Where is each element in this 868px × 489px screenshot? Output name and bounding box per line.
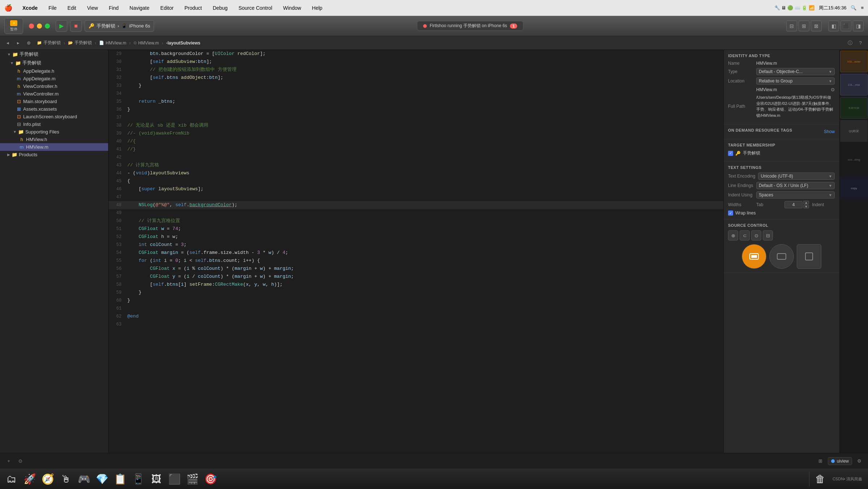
- minimize-button[interactable]: [37, 24, 42, 29]
- sidebar-item-viewcontroller-m[interactable]: m ViewController.m: [0, 90, 108, 98]
- menu-extra[interactable]: ≡: [861, 5, 864, 10]
- menu-xcode[interactable]: Xcode: [20, 4, 40, 12]
- dock-item-safari[interactable]: 🧭: [39, 471, 56, 488]
- breadcrumb-project-label: 手势解锁: [43, 40, 61, 46]
- dock-item-clipboard[interactable]: 📋: [111, 471, 129, 488]
- menu-window[interactable]: Window: [281, 4, 303, 12]
- quick-help-button[interactable]: ?: [856, 38, 865, 48]
- thumb-4[interactable]: QQ框架: [840, 120, 868, 142]
- sidebar-item-launch[interactable]: ⊡ LaunchScreen.storyboard: [0, 113, 108, 120]
- search-icon[interactable]: 🔍: [851, 5, 856, 10]
- sidebar-item-viewcontroller-h[interactable]: h ViewController.h: [0, 82, 108, 90]
- menu-edit[interactable]: Edit: [65, 4, 78, 12]
- thumb-5[interactable]: xco...dmg: [840, 143, 868, 176]
- sc-commit-icon[interactable]: ⊙: [751, 230, 761, 241]
- wrap-lines-checkbox[interactable]: ✓: [728, 211, 733, 216]
- utilities-toggle[interactable]: ◨: [853, 21, 864, 31]
- sc-commit-button[interactable]: [742, 244, 766, 269]
- menu-file[interactable]: File: [46, 4, 59, 12]
- dock-item-app2[interactable]: 🎯: [202, 471, 219, 488]
- dock-item-terminal[interactable]: ⬛: [166, 471, 183, 488]
- settings-icon[interactable]: ⚙: [855, 457, 864, 465]
- breadcrumb-method[interactable]: -layoutSubviews: [165, 40, 202, 46]
- menu-source-control[interactable]: Source Control: [236, 4, 274, 12]
- show-link[interactable]: Show: [824, 129, 835, 134]
- menu-view[interactable]: View: [85, 4, 100, 12]
- sc-diff-icon[interactable]: ⊟: [763, 230, 773, 241]
- reveal-icon[interactable]: ⊙: [831, 87, 835, 92]
- maximize-button[interactable]: [45, 24, 50, 29]
- encoding-label: Text Encoding: [728, 174, 755, 179]
- pause-button[interactable]: ⏸ 暂停: [4, 18, 23, 34]
- dock-item-mouse[interactable]: 🖱: [57, 471, 75, 488]
- sidebar-item-hmview-m[interactable]: m HMView.m: [0, 143, 108, 151]
- thumb-3[interactable]: 9:20 9:34: [840, 97, 868, 119]
- tab-width-input[interactable]: 4: [784, 201, 803, 208]
- sc-branch-icon[interactable]: ⊂: [740, 230, 750, 241]
- dock-item-sketch[interactable]: 💎: [93, 471, 111, 488]
- tab-increment[interactable]: ▲: [803, 201, 809, 204]
- sc-square-button[interactable]: [797, 244, 821, 269]
- scheme-selector[interactable]: 🔑 手势解锁 › 📱 iPhone 6s: [85, 20, 154, 32]
- code-editor[interactable]: 29 btn.backgroundColor = [UIColor redCol…: [109, 50, 723, 453]
- target-checkbox[interactable]: ✓: [728, 151, 733, 156]
- location-select[interactable]: Relative to Group ▼: [756, 77, 835, 85]
- tab-decrement[interactable]: ▼: [803, 205, 809, 208]
- close-button[interactable]: [29, 24, 34, 29]
- run-button[interactable]: ▶: [56, 20, 67, 32]
- dock-item-trash[interactable]: 🗑: [812, 471, 829, 488]
- sidebar-item-group1[interactable]: ▼ 📁 手势解锁: [0, 59, 108, 67]
- sidebar-item-root[interactable]: ▼ 📁 手势解锁: [0, 50, 108, 59]
- sidebar-item-main-storyboard[interactable]: ⊡ Main.storyboard: [0, 98, 108, 105]
- dock-item-photos[interactable]: 🖼: [148, 471, 165, 488]
- apple-menu[interactable]: 🍎: [4, 4, 12, 12]
- navigator-toggle[interactable]: ◧: [828, 21, 839, 31]
- nav-back-button[interactable]: ◂: [3, 38, 12, 48]
- line-endings-select[interactable]: Default - OS X / Unix (LF) ▼: [756, 182, 835, 189]
- nav-jump-button[interactable]: ⊕: [24, 38, 33, 48]
- encoding-select[interactable]: Unicode (UTF-8) ▼: [758, 173, 835, 180]
- menu-help[interactable]: Help: [310, 4, 325, 12]
- sidebar-item-products[interactable]: ▶ 📁 Products: [0, 151, 108, 158]
- sidebar-item-assets[interactable]: ⊠ Assets.xcassets: [0, 105, 108, 113]
- menu-product[interactable]: Product: [182, 4, 204, 12]
- sidebar-item-appdelegate-m[interactable]: m AppDelegate.m: [0, 75, 108, 82]
- dock-item-proxy[interactable]: 📱: [129, 471, 147, 488]
- breadcrumb-project[interactable]: 📁 手势解锁: [35, 39, 62, 47]
- sidebar-item-supporting[interactable]: ▼ 📁 Supporting Files: [0, 128, 108, 136]
- sc-add-icon[interactable]: ⊕: [728, 230, 738, 241]
- nav-forward-button[interactable]: ▸: [13, 38, 23, 48]
- dock-item-app1[interactable]: 🎮: [75, 471, 93, 488]
- dock-item-finder[interactable]: 🗂: [3, 471, 20, 488]
- type-select[interactable]: Default - Objective-C... ▼: [756, 68, 835, 75]
- sc-outline-button[interactable]: [769, 244, 794, 269]
- indent-select[interactable]: Spaces ▼: [756, 191, 835, 199]
- breadcrumb-group[interactable]: 📂 手势解锁: [67, 39, 93, 47]
- breadcrumb-symbol[interactable]: ⊙ HMView.m: [132, 40, 160, 46]
- add-file-icon[interactable]: +: [4, 457, 13, 465]
- editor-assistant-icon[interactable]: ⊞: [799, 21, 809, 31]
- stop-button[interactable]: ■: [70, 20, 82, 32]
- thumb-copy[interactable]: copy: [840, 177, 868, 199]
- dock-item-launchpad[interactable]: 🚀: [21, 471, 38, 488]
- uiview-selector[interactable]: uiview: [828, 457, 852, 465]
- dock-item-video[interactable]: 🎬: [184, 471, 201, 488]
- sidebar-item-info-plist[interactable]: ⊟ Info.plist: [0, 120, 108, 128]
- grid-icon[interactable]: ⊞: [816, 457, 825, 465]
- filter-icon[interactable]: ⊙: [16, 457, 25, 465]
- bottom-status-left: + ⊙: [4, 457, 25, 465]
- debug-area-toggle[interactable]: ⬛: [841, 21, 851, 31]
- breadcrumb-file[interactable]: 📄 HMView.m: [98, 40, 128, 46]
- menu-find[interactable]: Find: [107, 4, 121, 12]
- error-count[interactable]: 1: [510, 24, 517, 29]
- menu-navigate[interactable]: Navigate: [127, 4, 152, 12]
- thumb-1[interactable]: XSI...aster: [840, 51, 868, 72]
- sidebar-item-hmview-h[interactable]: h HMView.h: [0, 136, 108, 143]
- editor-standard-icon[interactable]: ⊟: [786, 21, 797, 31]
- thumb-2[interactable]: ZJL...etai: [840, 74, 868, 95]
- info-button[interactable]: ⓘ: [845, 38, 855, 48]
- menu-editor[interactable]: Editor: [158, 4, 176, 12]
- sidebar-item-appdelegate-h[interactable]: h AppDelegate.h: [0, 67, 108, 75]
- menu-debug[interactable]: Debug: [210, 4, 230, 12]
- editor-version-icon[interactable]: ⊠: [811, 21, 822, 31]
